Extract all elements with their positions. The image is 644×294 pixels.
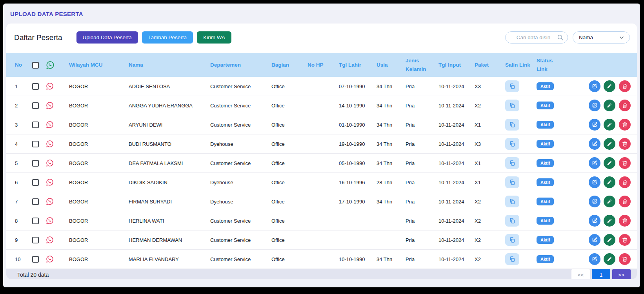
delete-button[interactable] <box>619 80 631 92</box>
send-wa-button[interactable]: Kirim WA <box>197 31 231 44</box>
edit-button[interactable] <box>589 119 600 131</box>
row-checkbox[interactable] <box>32 256 39 263</box>
upload-data-button[interactable]: Upload Data Peserta <box>76 31 138 44</box>
page-title: UPLOAD DATA PESERTA <box>10 11 633 17</box>
table-row: 4 BOGOR BUDI RUSMANTO Dyehouse Office 19… <box>6 134 637 154</box>
select-all-checkbox[interactable] <box>32 62 39 69</box>
pencil-button[interactable] <box>604 100 615 111</box>
pencil-button[interactable] <box>604 157 615 169</box>
copy-link-button[interactable] <box>505 196 519 207</box>
delete-button[interactable] <box>619 119 631 131</box>
edit-button[interactable] <box>589 80 600 92</box>
row-checkbox[interactable] <box>32 160 39 167</box>
edit-button[interactable] <box>589 215 600 227</box>
delete-button[interactable] <box>619 234 631 246</box>
cell-paket: X2 <box>471 250 502 269</box>
copy-link-button[interactable] <box>505 119 519 131</box>
whatsapp-icon[interactable] <box>45 236 54 244</box>
cell-paket: X1 <box>471 173 502 192</box>
pencil-button[interactable] <box>604 234 615 246</box>
status-badge: Aktif <box>537 178 554 186</box>
cell-nama: BUDI RUSMANTO <box>126 134 207 154</box>
edit-button[interactable] <box>589 253 600 265</box>
copy-link-button[interactable] <box>505 80 519 92</box>
edit-button[interactable] <box>589 157 600 169</box>
copy-link-button[interactable] <box>505 253 519 265</box>
edit-button[interactable] <box>589 138 600 150</box>
whatsapp-icon[interactable] <box>45 178 54 187</box>
row-checkbox[interactable] <box>32 122 39 128</box>
row-checkbox[interactable] <box>32 218 39 224</box>
whatsapp-icon[interactable] <box>45 82 54 91</box>
edit-square-icon <box>592 103 597 108</box>
edit-button[interactable] <box>589 196 600 207</box>
cell-usia: 28 Thn <box>373 173 402 192</box>
cell-tgl-lahir: 14-10-1990 <box>336 96 373 115</box>
whatsapp-icon[interactable] <box>45 140 54 148</box>
cell-jenis-kelamin: Pria <box>402 77 435 96</box>
row-checkbox[interactable] <box>32 102 39 109</box>
pagination-next-button[interactable]: >> <box>612 269 631 279</box>
cell-no-hp <box>304 230 336 250</box>
cell-tgl-input: 10-11-2024 <box>435 250 471 269</box>
cell-bagian: Office <box>268 173 304 192</box>
pencil-button[interactable] <box>604 176 615 188</box>
cell-wilayah: BOGOR <box>66 250 126 269</box>
cell-nama: HERLINA WATI <box>126 211 207 230</box>
cell-tgl-input: 10-11-2024 <box>435 77 471 96</box>
delete-button[interactable] <box>619 138 631 150</box>
row-checkbox[interactable] <box>32 179 39 186</box>
cell-nama: MARLIA ELVANDARY <box>126 250 207 269</box>
table-row: 6 BOGOR DIKDIK SADIKIN Dyehouse Office 1… <box>6 173 637 192</box>
delete-button[interactable] <box>619 176 631 188</box>
pencil-button[interactable] <box>604 119 615 131</box>
row-checkbox[interactable] <box>32 141 39 147</box>
whatsapp-icon[interactable] <box>45 255 54 263</box>
whatsapp-header-icon[interactable] <box>45 60 55 70</box>
copy-link-button[interactable] <box>505 215 519 227</box>
trash-icon <box>622 160 628 166</box>
cell-bagian: Office <box>268 77 304 96</box>
copy-link-button[interactable] <box>505 138 519 150</box>
delete-button[interactable] <box>619 253 631 265</box>
whatsapp-icon[interactable] <box>45 197 54 206</box>
filter-select[interactable]: Nama <box>573 31 630 44</box>
cell-paket: X2 <box>471 192 502 211</box>
pencil-icon <box>607 122 612 127</box>
copy-link-button[interactable] <box>505 176 519 188</box>
row-number: 6 <box>6 173 29 192</box>
whatsapp-icon[interactable] <box>45 216 54 225</box>
search-input[interactable] <box>505 31 568 44</box>
pencil-button[interactable] <box>604 196 615 207</box>
add-participant-button[interactable]: Tambah Peserta <box>142 31 193 44</box>
copy-link-button[interactable] <box>505 100 519 111</box>
row-checkbox[interactable] <box>32 237 39 243</box>
delete-button[interactable] <box>619 157 631 169</box>
whatsapp-icon[interactable] <box>45 120 54 129</box>
row-number: 7 <box>6 192 29 211</box>
cell-tgl-input: 10-11-2024 <box>435 154 471 173</box>
edit-button[interactable] <box>589 176 600 188</box>
pencil-button[interactable] <box>604 80 615 92</box>
whatsapp-icon[interactable] <box>45 101 54 110</box>
pagination-prev-button[interactable]: << <box>571 269 590 279</box>
delete-button[interactable] <box>619 100 631 111</box>
pagination-current-page[interactable]: 1 <box>592 269 610 279</box>
cell-bagian: Office <box>268 250 304 269</box>
edit-button[interactable] <box>589 100 600 111</box>
table-row: 1 BOGOR ADDIE SENTOSA Customer Service O… <box>6 77 637 96</box>
delete-button[interactable] <box>619 196 631 207</box>
edit-button[interactable] <box>589 234 600 246</box>
row-number: 1 <box>6 77 29 96</box>
copy-link-button[interactable] <box>505 234 519 246</box>
row-checkbox[interactable] <box>32 198 39 205</box>
copy-link-button[interactable] <box>505 157 519 169</box>
delete-button[interactable] <box>619 215 631 227</box>
pencil-button[interactable] <box>604 253 615 265</box>
total-count: Total 20 data <box>17 272 49 278</box>
pencil-button[interactable] <box>604 138 615 150</box>
column-status-link: Status Link <box>533 53 565 77</box>
whatsapp-icon[interactable] <box>45 159 54 167</box>
row-checkbox[interactable] <box>32 83 39 90</box>
pencil-button[interactable] <box>604 215 615 227</box>
